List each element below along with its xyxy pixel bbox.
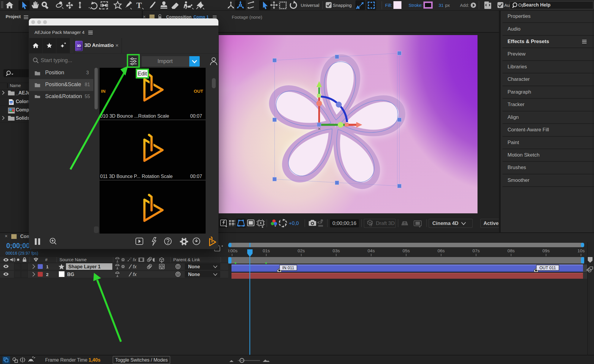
svg-text:Edit: Edit <box>138 71 147 77</box>
